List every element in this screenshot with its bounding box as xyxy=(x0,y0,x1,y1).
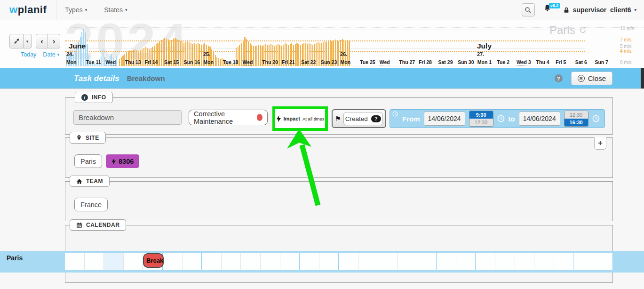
wind-bar xyxy=(121,57,122,66)
pan-button-group: ‹ › xyxy=(36,34,60,48)
team-chip-france[interactable]: France xyxy=(74,198,108,211)
team-section: TEAM France xyxy=(65,181,613,221)
wind-bar xyxy=(216,57,217,66)
calendar-cell[interactable] xyxy=(65,253,85,270)
from-time-selected[interactable]: 9:30 xyxy=(469,111,493,119)
calendar-cell[interactable] xyxy=(554,253,574,270)
calendar-cell[interactable] xyxy=(476,253,495,270)
calendar-cell[interactable] xyxy=(437,253,456,270)
from-time-button[interactable] xyxy=(497,115,505,122)
calendar-cell[interactable] xyxy=(104,253,124,270)
wind-bar xyxy=(260,45,261,66)
to-time-button[interactable] xyxy=(592,115,600,122)
wind-bar xyxy=(80,37,81,66)
impact-sublabel: At all times xyxy=(302,116,324,121)
site-section: SITE Paris 8306 + xyxy=(65,137,613,178)
previous-button[interactable]: ‹ xyxy=(36,34,48,48)
wind-bar xyxy=(279,45,280,66)
user-menu[interactable]: supervisor_client6 ▾ xyxy=(563,6,636,14)
help-button[interactable]: ? xyxy=(555,74,563,82)
day-label: Thu 27 xyxy=(399,59,415,65)
station-label[interactable]: Paris xyxy=(549,24,587,37)
task-name: Breakdown xyxy=(127,74,165,82)
task-type-button[interactable]: Corrective Maintenance xyxy=(189,110,268,125)
close-button[interactable]: ✕ Close xyxy=(571,72,612,85)
calendar-cell[interactable] xyxy=(378,253,398,270)
impact-button[interactable]: Impact At all times xyxy=(275,109,325,128)
day-label: Thu 4 xyxy=(536,59,549,65)
equipment-chip[interactable]: 8306 xyxy=(106,154,139,168)
calendar-cell[interactable] xyxy=(573,253,593,270)
app-logo[interactable]: wplanif xyxy=(0,4,56,16)
to-time-selector[interactable]: 12:30 16:30 xyxy=(564,111,588,127)
day-label: Tue 25 xyxy=(360,59,375,65)
task-pill[interactable]: Breakdown xyxy=(143,253,164,268)
add-site-button[interactable]: + xyxy=(594,137,606,150)
day-label: Sat 29 xyxy=(438,59,453,65)
from-date-input[interactable]: 14/06/2024 xyxy=(424,112,465,126)
home-icon xyxy=(76,178,82,185)
calendar-tab[interactable]: CALENDAR xyxy=(70,219,126,231)
to-date-input[interactable]: 14/06/2024 xyxy=(519,112,560,126)
notifications-button[interactable]: v6.2 xyxy=(543,4,555,16)
week-number-label: 26. xyxy=(340,51,347,57)
day-label: Sun 30 xyxy=(458,59,474,65)
location-pin-icon xyxy=(76,134,82,141)
from-time-option[interactable]: 12:30 xyxy=(469,119,493,126)
to-time-selected[interactable]: 16:30 xyxy=(564,119,588,126)
zoom-button-group: ▾ xyxy=(9,34,32,48)
calendar-cell[interactable] xyxy=(593,253,613,270)
site-chip-paris[interactable]: Paris xyxy=(74,154,102,168)
menu-types[interactable]: Types▾ xyxy=(56,6,95,14)
gridline xyxy=(65,66,585,66)
expand-options-button[interactable]: ▾ xyxy=(24,34,32,48)
day-label: Sat 6 xyxy=(575,59,587,65)
calendar-cell[interactable] xyxy=(456,253,476,270)
calendar-cell[interactable] xyxy=(183,253,202,270)
timeline-links: Today Date▾ xyxy=(21,51,59,58)
day-label: Fri 21 xyxy=(282,59,295,65)
to-time-option[interactable]: 12:30 xyxy=(564,111,588,119)
calendar-cell[interactable] xyxy=(163,253,183,270)
calendar-cell[interactable] xyxy=(417,253,437,270)
calendar-cell[interactable] xyxy=(261,253,280,270)
next-button[interactable]: › xyxy=(48,34,60,48)
calendar-cell[interactable] xyxy=(202,253,222,270)
calendar-cell[interactable] xyxy=(495,253,515,270)
logo-text: planif xyxy=(18,4,47,16)
calendar-cell[interactable] xyxy=(241,253,261,270)
calendar-cell[interactable] xyxy=(339,253,358,270)
wind-bar xyxy=(220,59,221,66)
wind-bar xyxy=(296,43,297,66)
calendar-cell[interactable] xyxy=(319,253,339,270)
calendar-cell[interactable] xyxy=(280,253,300,270)
wind-bar xyxy=(316,43,317,66)
wind-bar xyxy=(116,56,117,66)
calendar-cell[interactable] xyxy=(358,253,378,270)
calendar-cell[interactable] xyxy=(222,253,241,270)
wind-bar xyxy=(255,46,256,66)
search-button[interactable] xyxy=(522,3,535,16)
team-tab[interactable]: TEAM xyxy=(70,176,110,187)
calendar-cell[interactable] xyxy=(124,253,143,270)
wind-bar xyxy=(142,49,143,66)
today-link[interactable]: Today xyxy=(21,51,36,58)
calendar-cell[interactable] xyxy=(85,253,104,270)
wind-bar xyxy=(215,55,216,66)
calendar-cell[interactable] xyxy=(398,253,417,270)
menu-states[interactable]: States▾ xyxy=(95,6,135,14)
calendar-cell[interactable] xyxy=(515,253,535,270)
date-link[interactable]: Date▾ xyxy=(43,51,59,58)
site-tab[interactable]: SITE xyxy=(70,132,106,144)
calendar-cell[interactable] xyxy=(300,253,319,270)
calendar-cell[interactable] xyxy=(534,253,554,270)
close-label: Close xyxy=(588,74,606,82)
task-type-label: Corrective Maintenance xyxy=(194,110,253,125)
info-tab[interactable]: i INFO xyxy=(75,92,113,103)
chevron-down-icon: ▾ xyxy=(85,8,87,12)
expand-button[interactable] xyxy=(9,34,24,48)
from-time-selector[interactable]: 9:30 12:30 xyxy=(469,111,493,127)
day-label: Tue 2 xyxy=(497,59,509,65)
state-button[interactable]: Created ? xyxy=(343,112,383,125)
task-name-input[interactable] xyxy=(73,110,182,125)
